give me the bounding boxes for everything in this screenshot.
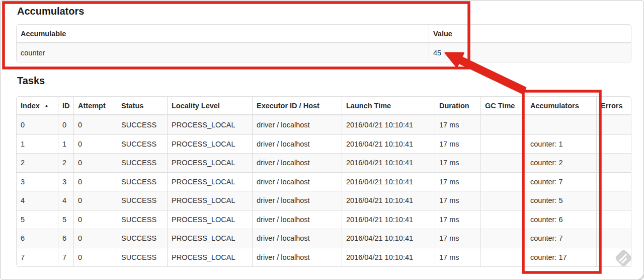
table-header-row: Index▲ ID Attempt Status Locality Level … [17,97,631,115]
column-header-executor-id-host[interactable]: Executor ID / Host [252,97,342,115]
table-cell: driver / localhost [252,229,342,248]
table-cell: 0 [58,115,73,134]
table-cell: SUCCESS [117,153,167,172]
table-cell: driver / localhost [252,248,342,267]
table-row: 660SUCCESSPROCESS_LOCALdriver / localhos… [17,229,631,248]
tasks-table: Index▲ ID Attempt Status Locality Level … [16,96,631,267]
table-cell: PROCESS_LOCAL [167,153,252,172]
table-cell: driver / localhost [252,210,342,229]
sort-ascending-icon: ▲ [44,103,49,108]
table-cell: 2016/04/21 10:10:41 [342,153,435,172]
table-cell [480,229,526,248]
table-cell [596,210,631,229]
table-cell: 4 [58,191,73,210]
table-cell: 2016/04/21 10:10:41 [342,172,435,191]
column-header-index[interactable]: Index▲ [17,97,58,115]
column-header-index-label: Index [21,102,40,110]
column-header-status[interactable]: Status [117,97,167,115]
table-cell: driver / localhost [252,115,342,134]
table-cell: 2016/04/21 10:10:41 [342,210,435,229]
column-header-errors[interactable]: Errors [596,97,631,115]
table-cell: 2016/04/21 10:10:41 [342,248,435,267]
table-cell: PROCESS_LOCAL [167,210,252,229]
table-cell: 0 [73,210,117,229]
column-header-accumulators[interactable]: Accumulators [526,97,596,115]
table-cell: SUCCESS [117,248,167,267]
table-row: 000SUCCESSPROCESS_LOCALdriver / localhos… [17,115,631,134]
column-header-locality-level[interactable]: Locality Level [167,97,252,115]
table-cell: 3 [17,172,58,191]
table-cell: SUCCESS [117,229,167,248]
table-cell [480,172,526,191]
table-cell: 1 [58,134,73,154]
tasks-table-body: 000SUCCESSPROCESS_LOCALdriver / localhos… [17,115,631,266]
column-header-gc-time[interactable]: GC Time [480,97,526,115]
table-cell: 7 [58,248,73,267]
table-cell [596,134,631,154]
table-cell: 17 ms [435,153,480,172]
table-cell [526,115,596,134]
table-cell: 2016/04/21 10:10:41 [342,191,435,210]
table-cell: counter: 7 [526,172,596,191]
accumulators-section-title: Accumulators [17,6,84,17]
table-cell: counter: 1 [526,134,596,154]
table-cell [596,191,631,210]
table-cell: PROCESS_LOCAL [167,248,252,267]
table-cell: 0 [73,172,117,191]
table-cell: PROCESS_LOCAL [167,229,252,248]
table-cell [480,134,526,154]
column-header-value[interactable]: Value [429,25,631,43]
column-header-id[interactable]: ID [58,97,73,115]
table-cell: 1 [17,134,58,154]
table-cell: counter [17,43,429,62]
column-header-launch-time[interactable]: Launch Time [342,97,435,115]
table-cell: 2016/04/21 10:10:41 [342,229,435,248]
table-cell: 2 [58,153,73,172]
table-row: 550SUCCESSPROCESS_LOCALdriver / localhos… [17,210,631,229]
table-row: 330SUCCESSPROCESS_LOCALdriver / localhos… [17,172,631,191]
table-cell: 17 ms [435,248,480,267]
table-cell: PROCESS_LOCAL [167,172,252,191]
table-cell: driver / localhost [252,153,342,172]
table-cell [596,153,631,172]
accumulators-table-body: counter45 [17,43,631,62]
table-cell: 2016/04/21 10:10:41 [342,134,435,154]
table-cell [480,153,526,172]
table-cell: 2 [17,153,58,172]
column-header-duration[interactable]: Duration [435,97,480,115]
table-cell: 45 [429,43,631,62]
table-cell: counter: 7 [526,229,596,248]
table-cell: counter: 6 [526,210,596,229]
table-cell [596,229,631,248]
table-cell: counter: 5 [526,191,596,210]
table-cell: 0 [73,248,117,267]
table-cell: 5 [58,210,73,229]
table-cell: counter: 2 [526,153,596,172]
table-cell [596,248,631,267]
table-cell: PROCESS_LOCAL [167,134,252,154]
table-cell: SUCCESS [117,210,167,229]
table-cell: SUCCESS [117,115,167,134]
table-cell: 17 ms [435,210,480,229]
table-cell: SUCCESS [117,191,167,210]
table-cell: 17 ms [435,134,480,154]
table-cell: 0 [73,153,117,172]
accumulators-table: Accumulable Value counter45 [16,24,631,62]
table-cell [480,115,526,134]
table-cell: 4 [17,191,58,210]
table-cell: counter: 17 [526,248,596,267]
table-cell: 0 [73,229,117,248]
table-cell: 2016/04/21 10:10:41 [342,115,435,134]
table-cell: driver / localhost [252,134,342,154]
table-row: 440SUCCESSPROCESS_LOCALdriver / localhos… [17,191,631,210]
table-cell [596,172,631,191]
table-cell: 6 [17,229,58,248]
column-header-attempt[interactable]: Attempt [73,97,117,115]
table-cell: PROCESS_LOCAL [167,191,252,210]
table-cell [596,115,631,134]
column-header-accumulable[interactable]: Accumulable [17,25,429,43]
table-cell: driver / localhost [252,191,342,210]
page-frame: Accumulators Accumulable Value counter45… [0,0,644,280]
table-row: counter45 [17,43,631,62]
table-cell: 7 [17,248,58,267]
